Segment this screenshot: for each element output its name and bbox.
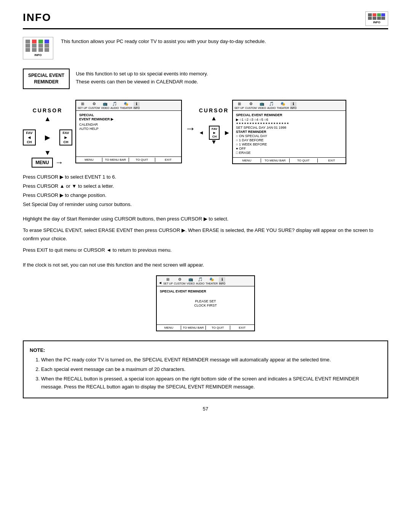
cursor-down-right: ▼ (211, 139, 217, 145)
fav-label-left: FAV (26, 131, 33, 135)
s2-tab-theater: 🎭THEATER (277, 102, 289, 109)
screen1-top-bar: ⊞SET UP ⚙CUSTOM 📺VIDEO 🎵AUDIO 🎭THEATER ℹ… (76, 101, 181, 111)
note-box: NOTE: When the PC ready color TV is turn… (23, 340, 388, 398)
screen3-tabs: ◄ ⊞SET UP ⚙CUSTOM 📺VIDEO 🎵AUDIO 🎭THEATER… (158, 277, 225, 285)
screen3-to-menu-bar: TO MENU BAR (181, 326, 206, 330)
arrow-between-screens: → (185, 123, 196, 135)
s3-tab-video: 📺VIDEO (186, 277, 195, 285)
screen2-menu: MENU (233, 158, 261, 163)
cursor-center-right: ◄ FAV ► CH ▶ (199, 126, 229, 140)
s3-tab-theater: 🎭THEATER (206, 277, 218, 285)
screen2-opt3: ○ 1 WEEK BEFORE (236, 142, 342, 146)
tab-custom: ⚙CUSTOM (88, 102, 100, 109)
screen1-to-quit: TO QUIT (129, 158, 155, 162)
cursor-up-right: ▲ (211, 115, 217, 122)
screen1-menu-bar: MENU TO MENU BAR TO QUIT EXIT (76, 157, 181, 163)
instruction-4: Set Special Day of reminder using cursor… (23, 200, 388, 209)
tab-video: 📺VIDEO (101, 102, 109, 109)
s3-tab-info: ℹINFO (219, 277, 225, 285)
screen1-to-menu-bar: TO MENU BAR (102, 158, 129, 162)
fav-ch-right2: FAV ► CH (209, 126, 220, 140)
note-item-3: When the RECALL button is pressed, a spe… (41, 375, 381, 391)
screen1-autohelp: AUTO HELP (79, 127, 178, 131)
ch-label-left: CH (27, 140, 32, 144)
screen3-menu: MENU (157, 326, 181, 330)
fav-label-right: FAV (63, 131, 69, 135)
screen2-to-quit: TO QUIT (290, 158, 318, 163)
screen2-opt1: ○ ON SPECIAL DAY (236, 134, 342, 138)
screen3-top-bar: ◄ ⊞SET UP ⚙CUSTOM 📺VIDEO 🎵AUDIO 🎭THEATER… (157, 276, 254, 286)
screen3: ◄ ⊞SET UP ⚙CUSTOM 📺VIDEO 🎵AUDIO 🎭THEATER… (156, 275, 255, 331)
reminder-label: SPECIAL EVENTREMINDER (23, 69, 70, 89)
fav-ch-right: FAV ► CH (59, 129, 72, 145)
bottom-diagram: ◄ ⊞SET UP ⚙CUSTOM 📺VIDEO 🎵AUDIO 🎭THEATER… (23, 275, 388, 331)
page-header: INFO INFO (23, 11, 388, 29)
instructions: Press CURSOR ▶ to select EVENT 1 to 6. P… (23, 173, 388, 209)
note-list: When the PC ready color TV is turned on,… (41, 356, 381, 391)
page-number: 57 (23, 406, 388, 412)
screen1-tabs: ⊞SET UP ⚙CUSTOM 📺VIDEO 🎵AUDIO 🎭THEATER ℹ… (78, 102, 140, 109)
intro-section: INFO This function allows your PC ready … (23, 37, 388, 59)
paragraphs: Highlight the day of Start Reminder usin… (23, 215, 388, 254)
reminder-label-text: SPECIAL EVENTREMINDER (28, 73, 64, 85)
left-diagram: CURSOR ▲ FAV ◄ CH ▶ FAV ► CH ▼ (23, 107, 72, 168)
page-title: INFO (23, 11, 51, 24)
cursor-right-right-diagram: ▶ (225, 129, 229, 136)
screen2-exit: EXIT (318, 158, 346, 163)
tab-setup: ⊞SET UP (78, 102, 87, 109)
s3-tab-setup: ⊞SET UP (163, 277, 173, 285)
instruction-3: Press CURSOR ▶ to change position. (23, 191, 388, 200)
clock-note: If the clock is not set, you can not use… (23, 262, 388, 268)
s2-tab-custom: ⚙CUSTOM (245, 102, 256, 109)
screen1-content: SPECIAL EVENT REMINDER ▶ CALENDAR AUTO H… (76, 111, 181, 157)
screen2-top-bar: ⊞SET UP ⚙CUSTOM 📺VIDEO 🎵AUDIO 🎭THEATER ℹ… (233, 101, 346, 111)
header-info-icon: INFO (365, 11, 388, 26)
note-item-1: When the PC ready color TV is turned on,… (41, 356, 381, 364)
nav-cluster-right: ▲ ◄ FAV ► CH ▶ ▼ (199, 115, 229, 145)
cursor-up-icon: ▲ (44, 115, 51, 123)
screen2-tabs: ⊞SET UP ⚙CUSTOM 📺VIDEO 🎵AUDIO 🎭THEATER ℹ… (234, 102, 296, 109)
screen2-erase: □ ERASE (236, 151, 342, 155)
screen1-section-sub: EVENT REMINDER ▶ (79, 117, 178, 121)
note-item-2: Each special event message can be a maxi… (41, 366, 381, 374)
reminder-section: SPECIAL EVENTREMINDER Use this function … (23, 69, 388, 89)
screen2: ⊞SET UP ⚙CUSTOM 📺VIDEO 🎵AUDIO 🎭THEATER ℹ… (232, 100, 346, 164)
ch-label-right: CH (64, 140, 68, 144)
screen2-start-reminder: START REMINDER (236, 130, 342, 134)
screen2-stars: ★★★★★★★★★★★★★★★★★★★★ (236, 122, 342, 125)
cursor-right-center-icon: ▶ (45, 133, 50, 142)
screen3-to-quit: TO QUIT (206, 326, 230, 330)
screen2-events: ▶ ○1 ○2 ○3 ○4 ○5 ○6 (236, 118, 342, 121)
menu-row-left: MENU → (32, 158, 63, 168)
intro-text: This function allows your PC ready color… (61, 37, 266, 44)
s3-tab-custom: ⚙CUSTOM (174, 277, 185, 285)
tab-theater: 🎭THEATER (120, 102, 132, 109)
screen1-exit: EXIT (155, 158, 181, 162)
diagrams-row: CURSOR ▲ FAV ◄ CH ▶ FAV ► CH ▼ (23, 100, 388, 168)
s3-tab-audio: 🎵AUDIO (196, 277, 204, 285)
reminder-text: Use this function to set up to six speci… (76, 69, 208, 86)
screen2-opt4: ● OFF (236, 147, 342, 150)
intro-icon-box: INFO (23, 37, 53, 59)
fav-left-arrow: ◄ (27, 135, 32, 140)
screen1-menu: MENU (76, 158, 102, 162)
tab-audio: 🎵AUDIO (110, 102, 119, 109)
paragraph-3: Press EXIT to quit menu or CURSOR ◄ to r… (23, 246, 388, 254)
screen3-content: SPECIAL EVENT REMINDER PLEASE SET CLOCK … (157, 286, 254, 324)
cursor-left-right-diagram: ◄ (199, 129, 204, 136)
instruction-2: Press CURSOR ▲ or ▼ to select a letter. (23, 182, 388, 190)
instruction-1: Press CURSOR ▶ to select EVENT 1 to 6. (23, 173, 388, 181)
cursor-center-row: FAV ◄ CH ▶ FAV ► CH (23, 129, 72, 145)
fav-ch-left: FAV ◄ CH (23, 129, 36, 145)
screen3-line2: CLOCK FIRST (160, 304, 251, 307)
s2-tab-setup: ⊞SET UP (234, 102, 244, 109)
screen2-opt2: ○ 1 DAY BEFORE (236, 138, 342, 142)
screen3-line1: PLEASE SET (160, 299, 251, 303)
cursor-label-left: CURSOR (33, 107, 63, 113)
s2-tab-audio: 🎵AUDIO (267, 102, 276, 109)
menu-arrow-right: → (55, 158, 64, 168)
tab-info-active: ℹINFO (134, 102, 140, 109)
cursor-down-icon: ▼ (44, 149, 51, 157)
cursor-label-right: CURSOR (199, 107, 229, 113)
screen3-please-set: PLEASE SET CLOCK FIRST (160, 299, 251, 307)
